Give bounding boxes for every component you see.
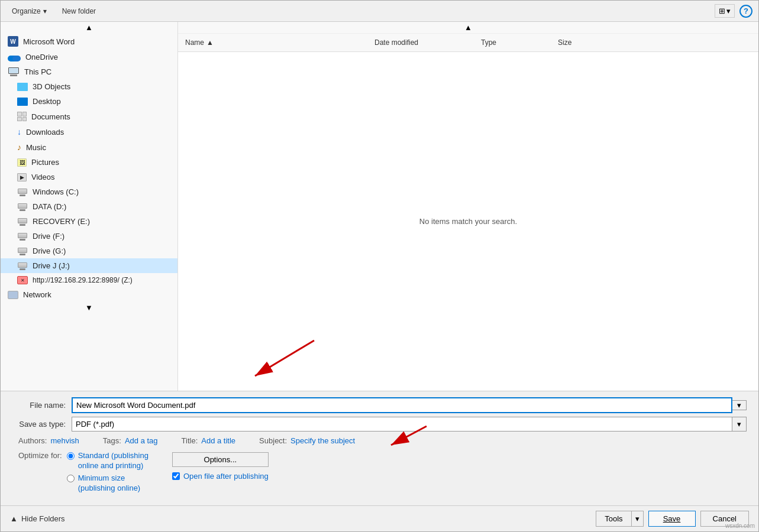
- tools-label: Tools: [605, 514, 622, 523]
- sidebar-item-drive-j[interactable]: Drive J (J:): [1, 258, 177, 273]
- organize-button[interactable]: Organize ▾: [7, 5, 52, 18]
- sidebar-item-this-pc[interactable]: This PC: [1, 64, 177, 79]
- col-header-size[interactable]: Size: [551, 36, 622, 49]
- sidebar-item-pictures[interactable]: 🖼 Pictures: [1, 155, 177, 170]
- open-file-checkbox-row: Open file after publishing: [172, 472, 269, 481]
- subject-item: Subject: Specify the subject: [259, 436, 355, 445]
- sidebar-item-recovery-e[interactable]: RECOVERY (E:): [1, 214, 177, 229]
- sidebar-item-onedrive[interactable]: OneDrive: [1, 50, 177, 64]
- scroll-down-indicator: ▼: [1, 302, 177, 313]
- col-header-name[interactable]: Name ▲: [178, 36, 367, 49]
- sidebar-item-downloads[interactable]: ↓ Downloads: [1, 124, 177, 140]
- sidebar-item-ms-word[interactable]: W Microsoft Word: [1, 33, 177, 50]
- cancel-label: Cancel: [713, 514, 737, 523]
- cancel-button[interactable]: Cancel: [700, 511, 749, 527]
- sidebar-item-3d-objects[interactable]: 3D Objects: [1, 79, 177, 94]
- 3d-objects-icon: [17, 83, 28, 91]
- drive-j-icon: [17, 262, 28, 270]
- optimize-row: Optimize for: Standard (publishing onlin…: [18, 451, 148, 494]
- title-item: Title: Add a title: [182, 436, 236, 445]
- this-pc-icon: [8, 67, 20, 76]
- sidebar: ▲ W Microsoft Word OneDrive: [1, 22, 178, 391]
- open-file-checkbox[interactable]: [172, 472, 180, 480]
- sidebar-item-videos-label: Videos: [31, 173, 55, 181]
- tools-dropdown-btn[interactable]: ▾: [632, 511, 644, 527]
- sidebar-item-desktop-label: Desktop: [33, 97, 61, 106]
- sidebar-item-drive-f-label: Drive (F:): [33, 232, 64, 241]
- minimum-radio[interactable]: [67, 475, 75, 482]
- options-button[interactable]: Options...: [172, 452, 269, 467]
- title-value[interactable]: Add a title: [201, 436, 235, 445]
- sidebar-item-drive-f[interactable]: Drive (F:): [1, 229, 177, 244]
- ms-word-icon: W: [8, 36, 18, 47]
- sidebar-item-this-pc-label: This PC: [24, 67, 51, 76]
- windows-c-icon: [17, 188, 28, 196]
- open-file-label: Open file after publishing: [183, 472, 269, 481]
- col-header-type[interactable]: Type: [474, 36, 551, 49]
- sidebar-item-desktop[interactable]: Desktop: [1, 94, 177, 109]
- sidebar-item-documents[interactable]: Documents: [1, 109, 177, 124]
- save-button[interactable]: Save: [648, 511, 696, 527]
- standard-radio-row: Standard (publishing online and printing…: [67, 451, 148, 471]
- sidebar-item-onedrive-label: OneDrive: [25, 53, 58, 61]
- documents-icon: [17, 112, 27, 121]
- file-name-input[interactable]: [72, 397, 732, 413]
- videos-icon: ▶: [17, 173, 27, 181]
- authors-value[interactable]: mehvish: [50, 436, 79, 445]
- action-bar: ▲ Hide Folders Tools ▾ Save Cancel: [1, 505, 758, 531]
- standard-radio[interactable]: [67, 452, 75, 460]
- tags-label: Tags:: [103, 436, 121, 445]
- network-icon: [8, 291, 18, 299]
- tools-button[interactable]: Tools: [596, 511, 631, 527]
- col-header-date[interactable]: Date modified: [367, 36, 474, 49]
- pictures-icon: 🖼: [17, 158, 27, 167]
- optimize-label: Optimize for:: [18, 451, 62, 460]
- file-name-dropdown-btn[interactable]: ▾: [732, 400, 747, 410]
- sidebar-item-music[interactable]: ♪ Music: [1, 140, 177, 155]
- options-area: Optimize for: Standard (publishing onlin…: [12, 451, 747, 494]
- tags-value[interactable]: Add a tag: [125, 436, 158, 445]
- toolbar-right: ⊞ ▾ ?: [715, 4, 752, 18]
- main-content: ▲ W Microsoft Word OneDrive: [1, 22, 758, 391]
- save-type-value[interactable]: PDF (*.pdf): [72, 417, 732, 432]
- sidebar-item-network-z[interactable]: ✕ http://192.168.29.122:8989/ (Z:): [1, 273, 177, 287]
- minimum-label: Minimum size (publishing online): [78, 473, 141, 494]
- save-type-dropdown-btn[interactable]: ▾: [732, 417, 747, 432]
- onedrive-icon: [8, 53, 21, 61]
- hide-folders-chevron: ▲: [10, 514, 18, 523]
- sidebar-item-recovery-e-label: RECOVERY (E:): [33, 217, 90, 226]
- authors-item: Authors: mehvish: [18, 436, 79, 445]
- sidebar-item-data-d[interactable]: DATA (D:): [1, 199, 177, 214]
- downloads-icon: ↓: [17, 127, 21, 137]
- new-folder-label: New folder: [62, 7, 96, 15]
- meta-row: Authors: mehvish Tags: Add a tag Title: …: [12, 436, 747, 445]
- tools-chevron-icon: ▾: [635, 514, 640, 523]
- file-list: ▲ Name ▲ Date modified Type Size No item…: [178, 22, 758, 391]
- new-folder-button[interactable]: New folder: [57, 5, 101, 18]
- sidebar-item-music-label: Music: [26, 143, 46, 152]
- save-type-wrapper: PDF (*.pdf) ▾: [72, 417, 747, 432]
- col-type-label: Type: [481, 38, 496, 47]
- organize-label: Organize: [12, 7, 41, 15]
- sidebar-item-windows-c-label: Windows (C:): [33, 187, 79, 196]
- sidebar-item-drive-j-label: Drive J (J:): [33, 261, 70, 270]
- file-list-header: Name ▲ Date modified Type Size: [178, 34, 758, 52]
- sidebar-item-windows-c[interactable]: Windows (C:): [1, 184, 177, 199]
- subject-value[interactable]: Specify the subject: [290, 436, 355, 445]
- file-list-body: No items match your search.: [178, 52, 758, 391]
- minimum-radio-row: Minimum size (publishing online): [67, 473, 148, 494]
- col-size-label: Size: [558, 38, 571, 47]
- tools-group: Tools ▾: [596, 511, 643, 527]
- sidebar-item-drive-g[interactable]: Drive (G:): [1, 244, 177, 258]
- optimize-section: Optimize for: Standard (publishing onlin…: [18, 451, 148, 494]
- sidebar-item-videos[interactable]: ▶ Videos: [1, 170, 177, 184]
- music-icon: ♪: [17, 142, 21, 152]
- help-button[interactable]: ?: [739, 5, 752, 18]
- view-button[interactable]: ⊞ ▾: [715, 4, 735, 18]
- file-name-row: File name: ▾: [12, 397, 747, 413]
- col-name-label: Name: [185, 38, 204, 47]
- bottom-section: File name: ▾ Save as type: PDF (*.pdf) ▾…: [1, 391, 758, 505]
- sidebar-item-network[interactable]: Network: [1, 287, 177, 302]
- hide-folders-button[interactable]: ▲ Hide Folders: [10, 514, 65, 523]
- sidebar-item-data-d-label: DATA (D:): [33, 202, 66, 211]
